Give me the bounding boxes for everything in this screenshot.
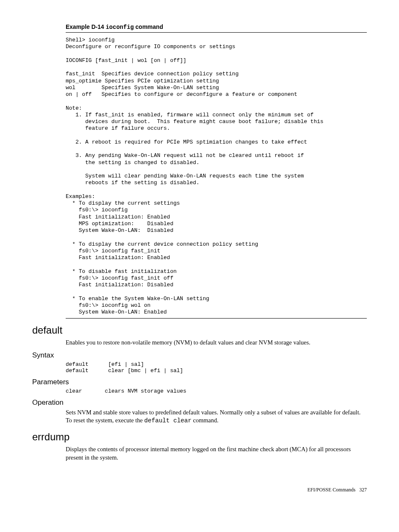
section-heading-errdump: errdump	[32, 431, 367, 443]
operation-inline-code: default clear	[144, 417, 192, 424]
example-code-block: Shell> ioconfig Deconfigure or reconfigu…	[66, 36, 367, 316]
syntax-code: default [efi | sal] default clear [bmc |…	[66, 361, 367, 374]
syntax-heading: Syntax	[32, 351, 367, 360]
footer-label: EFI/POSSE Commands	[307, 487, 356, 493]
example-label-suffix: command	[136, 23, 163, 30]
divider	[66, 32, 367, 33]
operation-text-2: command.	[192, 417, 218, 424]
section-heading-default: default	[32, 324, 367, 336]
example-title: Example D-14 ioconfig command	[66, 23, 367, 31]
example-label-prefix: Example D-14	[66, 23, 104, 30]
default-intro: Enables you to restore non-volatile memo…	[66, 339, 367, 347]
page-footer: EFI/POSSE Commands 327	[32, 487, 367, 493]
operation-paragraph: Sets NVM and stable store values to pred…	[66, 409, 367, 425]
parameters-heading: Parameters	[32, 378, 367, 386]
divider	[66, 318, 367, 319]
footer-page-number: 327	[359, 487, 367, 493]
errdump-intro: Displays the contents of processor inter…	[66, 445, 367, 462]
parameters-code: clear clears NVM storage values	[66, 388, 367, 394]
operation-heading: Operation	[32, 398, 367, 407]
example-label-code: ioconfig	[106, 24, 134, 31]
